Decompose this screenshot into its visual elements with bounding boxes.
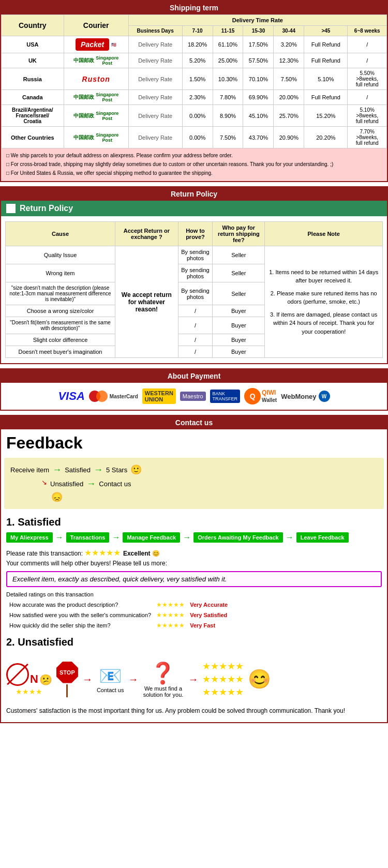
table-row: Quality Issue We accept return for whate…: [6, 246, 383, 264]
webmoney-logo: WebMoney W: [281, 391, 330, 402]
shipping-table: Country Courier Delivery Time Rate Busin…: [1, 14, 387, 148]
ot-8w: 7.70%>8weeks,full refund: [348, 127, 387, 148]
dr-uk: Delivery Rate: [128, 53, 182, 68]
rating-stars-0: ★★★★★: [154, 600, 187, 609]
usa-8w: /: [348, 36, 387, 53]
smiley-3: 😊: [152, 550, 160, 557]
stars-group: ★★★★★ ★★★★★ ★★★★★: [202, 661, 244, 698]
delivery-time-header: Delivery Time Rate: [128, 15, 386, 26]
n-icon: N: [30, 672, 38, 686]
table-row: How quickly did the seller ship the item…: [7, 621, 230, 630]
note-3: □ For United States & Russia, we offer s…: [6, 169, 382, 177]
detailed-ratings-title: Detailed ratings on this transaction: [6, 591, 382, 597]
col-header-2: 11-15: [213, 26, 243, 36]
contact-header: Contact us: [1, 416, 387, 429]
payment-section: About Payment VISA MasterCard WESTERNUNI…: [0, 368, 388, 411]
country-other: Other Countries: [2, 127, 64, 148]
unsatisfied-text: Unsatisfied: [50, 480, 83, 488]
feedback-title: Feedback: [1, 429, 387, 455]
manage-feedback-btn[interactable]: Manage Feedback: [123, 532, 180, 543]
excellent-label: Excellent: [123, 550, 151, 557]
country-brazil: Brazil/Argentina/France/Israel/Croatia: [2, 105, 64, 127]
ot-30-44: 20.90%: [274, 127, 304, 148]
country-uk: UK: [2, 53, 64, 68]
pay-imagination: Buyer: [213, 346, 265, 358]
uk-11-15: 25.00%: [213, 53, 243, 68]
arrow-1: →: [52, 465, 62, 475]
rate-text: Please rate this transaction:: [6, 550, 83, 557]
comment-text: Your comments will help other buyers! Pl…: [6, 560, 382, 567]
courier-header: Courier: [64, 15, 128, 36]
country-canada: Canada: [2, 90, 64, 105]
ru-7-10: 1.50%: [182, 68, 213, 90]
courier-canada: 中国邮政 SingaporePost: [64, 90, 128, 105]
transactions-btn[interactable]: Transactions: [66, 532, 110, 543]
payment-header: About Payment: [1, 369, 387, 383]
shipping-header: Shipping term: [1, 1, 387, 14]
stop-group: STOP: [56, 662, 78, 697]
prove-color: /: [178, 334, 212, 346]
contact-section: Contact us Feedback Receive item → Satis…: [0, 415, 388, 723]
unsat-arrow-2: →: [128, 674, 138, 685]
path-arrow-4: →: [286, 533, 294, 542]
br-8w: 5.10%>8weeks,full refund: [348, 105, 387, 127]
prove-doesnt-fit: /: [178, 317, 212, 334]
unsat-arrow-3: →: [188, 674, 198, 685]
unsatisfied-flow-row: ↘ Unsatisfied → Contact us 😞: [10, 478, 378, 503]
br-15-30: 45.10%: [243, 105, 274, 127]
receive-item-text: Receive item: [10, 466, 49, 474]
stop-sign-icon: STOP: [56, 662, 78, 683]
note-r1: 1. Items need to be returned within 14 d…: [267, 268, 380, 285]
question-group: ❓ We must find a solution for you.: [142, 661, 184, 698]
rating-q-2: How quickly did the seller ship the item…: [7, 621, 153, 630]
path-arrow-2: →: [112, 533, 120, 542]
usa-30-44: 3.20%: [274, 36, 304, 53]
payment-title: About Payment: [168, 372, 221, 380]
return-policy-title: Return Policy: [171, 190, 217, 198]
arrow-3: →: [86, 478, 96, 489]
col-header-3: 15-30: [243, 26, 274, 36]
my-aliexpress-btn[interactable]: My Aliexpress: [6, 532, 53, 543]
maestro-logo: Maestro: [180, 392, 206, 401]
return-policy-label: Return Policy: [20, 204, 73, 213]
satisfied-section: 1. Satisfied My Aliexpress → Transaction…: [1, 512, 387, 656]
bank-transfer-logo: BANKTRANSFER: [210, 390, 241, 403]
courier-brazil: 中国邮政 SingaporePost: [64, 105, 128, 127]
no-icon-group: N 😕 ★★★★: [6, 663, 52, 696]
five-stars-text: 5 Stars: [106, 466, 127, 474]
feedback-path: My Aliexpress → Transactions → Manage Fe…: [6, 532, 382, 543]
dr-brazil: Delivery Rate: [128, 105, 182, 127]
orders-awaiting-btn[interactable]: Orders Awaiting My Feedback: [193, 532, 283, 543]
bottom-text: Customers' satisfaction is the most impo…: [1, 702, 387, 722]
ot-45: 20.20%: [304, 127, 348, 148]
dr-other: Delivery Rate: [128, 127, 182, 148]
note-1: □ We ship parcels to your default addres…: [6, 152, 382, 159]
prove-wrong: By sending photos: [178, 264, 212, 282]
leave-feedback-btn[interactable]: Leave Feedback: [296, 532, 349, 543]
please-note-cell: 1. Items need to be returned within 14 d…: [265, 246, 383, 358]
pay-doesnt-fit: Buyer: [213, 317, 265, 334]
rating-stars-1: ★★★★★: [154, 610, 187, 620]
return-icon: [6, 204, 16, 213]
smiley-1: 🙂: [130, 464, 142, 475]
cause-color: Slight color difference: [6, 334, 115, 346]
contact-title: Contact us: [175, 418, 213, 427]
courier-usa: Packet 🇺🇸: [64, 36, 128, 53]
pay-wrong: Seller: [213, 264, 265, 282]
cause-quality: Quality Issue: [6, 246, 115, 264]
feedback-box: Receive item → Satisfied → 5 Stars 🙂 ↘ U…: [4, 458, 384, 509]
question-icon: ❓: [150, 661, 176, 685]
result-stars-2: ★★★★★: [202, 674, 244, 685]
contact-us-label: Contact us: [97, 687, 124, 693]
table-row: How satisfied were you with the seller's…: [7, 610, 230, 620]
unsatisfied-heading: 2. Unsatisfied: [6, 636, 382, 648]
rating-q-1: How satisfied were you with the seller's…: [7, 610, 153, 620]
solution-text: We must find a solution for you.: [142, 685, 184, 698]
col-header-6: 6~8 weeks: [348, 26, 387, 36]
prove-size: By sending photos: [178, 282, 212, 305]
uk-8w: /: [348, 53, 387, 68]
ca-7-10: 2.30%: [182, 90, 213, 105]
western-union-logo: WESTERNUNION: [142, 388, 176, 404]
usa-11-15: 61.10%: [213, 36, 243, 53]
return-policy-header: Return Policy: [1, 187, 387, 201]
